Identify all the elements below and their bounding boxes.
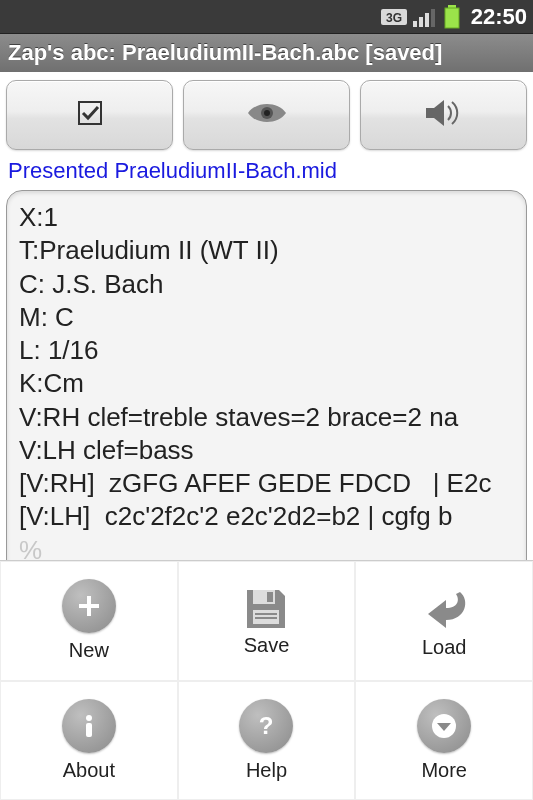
menu-label-help: Help [246, 759, 287, 782]
options-menu: New Save Load About ? Help More [0, 560, 533, 800]
clock-text: 22:50 [471, 4, 527, 30]
menu-label-load: Load [422, 636, 467, 659]
svg-rect-2 [413, 21, 417, 27]
svg-text:?: ? [259, 712, 274, 739]
svg-point-16 [86, 715, 92, 721]
signal-icon [413, 7, 437, 27]
menu-label-more: More [421, 759, 467, 782]
play-sound-button[interactable] [360, 80, 527, 150]
menu-label-save: Save [244, 634, 290, 657]
android-status-bar: 3G 22:50 [0, 0, 533, 34]
svg-rect-4 [425, 13, 429, 27]
svg-point-10 [264, 110, 270, 116]
svg-rect-8 [79, 102, 101, 124]
menu-item-about[interactable]: About [0, 681, 178, 801]
status-message: Presented PraeludiumII-Bach.mid [0, 156, 533, 188]
svg-rect-3 [419, 17, 423, 27]
check-button[interactable] [6, 80, 173, 150]
svg-rect-12 [267, 592, 273, 602]
3g-icon: 3G [381, 7, 407, 27]
plus-icon [62, 579, 116, 633]
menu-label-new: New [69, 639, 109, 662]
svg-rect-5 [431, 9, 435, 27]
menu-item-new[interactable]: New [0, 561, 178, 681]
eye-icon [246, 99, 288, 131]
svg-rect-17 [86, 723, 92, 737]
menu-item-more[interactable]: More [355, 681, 533, 801]
view-button[interactable] [183, 80, 350, 150]
speaker-icon [424, 98, 464, 132]
app-title-text: Zap's abc: PraeludiumII-Bach.abc [saved] [8, 40, 442, 66]
question-icon: ? [239, 699, 293, 753]
toolbar [0, 72, 533, 156]
undo-arrow-icon [416, 582, 472, 636]
menu-item-save[interactable]: Save [178, 561, 356, 681]
checkbox-checked-icon [76, 99, 104, 131]
floppy-disk-icon [241, 584, 291, 634]
svg-text:3G: 3G [386, 11, 402, 25]
battery-icon [443, 5, 461, 29]
svg-rect-7 [445, 8, 459, 28]
menu-item-load[interactable]: Load [355, 561, 533, 681]
menu-item-help[interactable]: ? Help [178, 681, 356, 801]
app-title-bar: Zap's abc: PraeludiumII-Bach.abc [saved] [0, 34, 533, 72]
menu-label-about: About [63, 759, 115, 782]
info-icon [62, 699, 116, 753]
chevron-down-circle-icon [417, 699, 471, 753]
